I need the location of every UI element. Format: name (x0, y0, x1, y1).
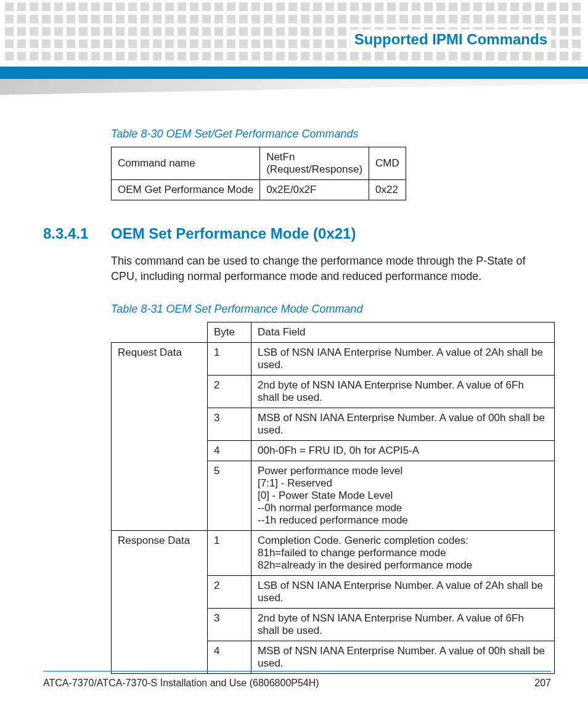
cell-field: 2nd byte of NSN IANA Enterprise Number. … (251, 376, 555, 408)
cell-field: LSB of NSN IANA Enterprise Number. A val… (251, 343, 555, 376)
cell-field: MSB of NSN IANA Enterprise Number. A val… (251, 641, 555, 674)
heading-number: 8.3.4.1 (43, 225, 111, 242)
header-blue-bar (0, 67, 588, 79)
cell-byte: 4 (208, 441, 251, 461)
request-data-label: Request Data (112, 343, 208, 531)
response-data-label: Response Data (112, 531, 208, 674)
page-footer: ATCA-7370/ATCA-7370-S Installation and U… (43, 671, 551, 689)
table-row: Response Data 1 Completion Code. Generic… (112, 531, 555, 576)
footer-doc-title: ATCA-7370/ATCA-7370-S Installation and U… (43, 678, 319, 689)
cell-byte: 5 (208, 461, 251, 531)
cell-field: 00h-0Fh = FRU ID, 0h for ACPI5-A (251, 441, 555, 461)
cell-byte: 3 (208, 408, 251, 441)
table-830-caption: Table 8-30 OEM Set/Get Performance Comma… (111, 128, 551, 141)
cell-byte: 1 (208, 531, 251, 576)
section-title: Supported IPMI Commands (351, 30, 551, 49)
cell-field: Power performance mode level [7:1] - Res… (251, 461, 555, 531)
cell-field: Completion Code. Generic completion code… (251, 531, 555, 576)
cell-byte: 1 (208, 343, 251, 376)
cell-byte: 4 (208, 641, 251, 674)
cell-field: 2nd byte of NSN IANA Enterprise Number. … (251, 609, 555, 641)
table-row: Command name NetFn (Request/Response) CM… (112, 147, 406, 180)
th-cmd: CMD (369, 147, 406, 180)
page: Supported IPMI Commands Table 8-30 OEM S… (0, 0, 588, 706)
table-row: Request Data 1 LSB of NSN IANA Enterpris… (112, 343, 555, 376)
cell-netfn: 0x2E/0x2F (260, 180, 369, 200)
table-831: Byte Data Field Request Data 1 LSB of NS… (111, 322, 555, 674)
cell-field: MSB of NSN IANA Enterprise Number. A val… (251, 408, 555, 441)
footer-page-number: 207 (534, 678, 551, 689)
table-830: Command name NetFn (Request/Response) CM… (111, 147, 406, 200)
content-area: Table 8-30 OEM Set/Get Performance Comma… (0, 96, 588, 674)
th-byte: Byte (208, 322, 251, 343)
cell-command-name: OEM Get Performance Mode (112, 180, 260, 200)
cell-cmd: 0x22 (369, 180, 406, 200)
cell-byte: 2 (208, 576, 251, 609)
th-command-name: Command name (112, 147, 260, 180)
th-data-field: Data Field (251, 322, 555, 343)
page-header: Supported IPMI Commands (0, 0, 588, 96)
heading-8-3-4-1: 8.3.4.1 OEM Set Performance Mode (0x21) (43, 225, 551, 242)
cell-byte: 3 (208, 609, 251, 641)
cell-field: LSB of NSN IANA Enterprise Number. A val… (251, 576, 555, 609)
empty-corner-cell (112, 322, 208, 343)
section-body-text: This command can be used to change the p… (111, 253, 551, 284)
header-grey-wedge (0, 79, 588, 95)
heading-title: OEM Set Performance Mode (0x21) (111, 225, 356, 242)
table-row: Byte Data Field (112, 322, 555, 343)
table-831-caption: Table 8-31 OEM Set Performance Mode Comm… (111, 303, 551, 316)
cell-byte: 2 (208, 376, 251, 408)
th-netfn: NetFn (Request/Response) (260, 147, 369, 180)
table-row: OEM Get Performance Mode 0x2E/0x2F 0x22 (112, 180, 406, 200)
